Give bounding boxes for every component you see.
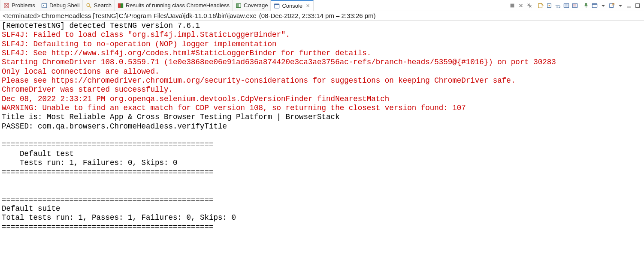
clear-console-icon[interactable]: [537, 2, 544, 9]
svg-rect-24: [636, 3, 640, 7]
process-time: (08-Dec-2022, 2:33:14 pm – 2:33:26 pm): [259, 12, 376, 19]
console-line-stdout: Tests run: 1, Failures: 0, Skips: 0: [2, 158, 642, 167]
tab-bar-spacer: [314, 0, 508, 11]
view-tab-label: Debug Shell: [49, 2, 80, 9]
console-line-stderr: Dec 08, 2022 2:33:21 PM org.openqa.selen…: [2, 95, 642, 104]
scroll-lock-icon[interactable]: [545, 2, 553, 9]
console-line-stderr: Please see https://chromedriver.chromium…: [2, 76, 642, 85]
view-tab-search[interactable]: Search: [83, 0, 115, 11]
word-wrap-icon[interactable]: [554, 2, 562, 9]
console-line-stdout: [2, 232, 642, 241]
minimize-icon[interactable]: [625, 2, 633, 9]
debug-shell-icon: [41, 2, 48, 9]
view-tab-label: Search: [94, 2, 112, 9]
console-line-stdout: Default test: [2, 149, 642, 158]
view-tab-problems[interactable]: Problems: [0, 0, 38, 11]
close-tab-icon[interactable]: ✕: [305, 3, 311, 9]
search-icon: [85, 2, 92, 9]
console-line-stdout: Default suite: [2, 204, 642, 213]
process-name: ChromeHeadless [TestNG]: [41, 12, 118, 19]
console-line-stdout: [2, 177, 642, 186]
svg-rect-23: [627, 6, 631, 7]
view-tab-results-of-running-class-chromeheadless[interactable]: Results of running class ChromeHeadless: [115, 0, 233, 11]
svg-rect-4: [118, 3, 121, 8]
show-output-icon[interactable]: [562, 2, 570, 9]
console-line-stderr: WARNING: Unable to find an exact match f…: [2, 104, 642, 113]
remove-launch-icon[interactable]: [517, 2, 525, 9]
console-line-stdout: [2, 186, 642, 195]
console-line-stdout: ========================================…: [2, 223, 642, 232]
svg-point-13: [549, 5, 550, 6]
view-tab-debug-shell[interactable]: Debug Shell: [38, 0, 83, 11]
maximize-icon[interactable]: [634, 2, 641, 9]
svg-point-2: [87, 3, 90, 6]
remove-all-terminated-icon[interactable]: [526, 2, 533, 9]
console-line-stdout: PASSED: com.qa.browsers.ChromeHeadless.v…: [2, 122, 642, 131]
problems-icon: [3, 2, 10, 9]
svg-rect-5: [121, 3, 123, 8]
console-line-stdout: Total tests run: 1, Passes: 1, Failures:…: [2, 213, 642, 222]
console-line-stderr: Only local connections are allowed.: [2, 67, 642, 76]
coverage-icon: [235, 2, 242, 9]
view-tab-label: Results of running class ChromeHeadless: [126, 2, 230, 9]
console-line-stderr: SLF4J: Failed to load class "org.slf4j.i…: [2, 30, 642, 39]
process-status: <terminated>: [3, 12, 40, 19]
console-line-stdout: ========================================…: [2, 140, 642, 149]
view-tab-console[interactable]: Console✕: [271, 0, 314, 11]
console-icon: [273, 3, 280, 9]
console-process-line: <terminated> ChromeHeadless [TestNG] C:\…: [0, 11, 644, 21]
svg-rect-21: [592, 3, 597, 5]
view-tab-coverage[interactable]: Coverage: [233, 0, 271, 11]
console-toolbar: [508, 0, 644, 11]
console-output[interactable]: [RemoteTestNG] detected TestNG version 7…: [0, 21, 644, 251]
console-menu-icon[interactable]: [599, 2, 607, 9]
console-line-stderr: SLF4J: See http://www.slf4j.org/codes.ht…: [2, 49, 642, 58]
svg-rect-7: [236, 3, 239, 7]
process-path: C:\Program Files\Java\jdk-11.0.16\bin\ja…: [119, 12, 257, 19]
view-tab-label: Problems: [12, 2, 35, 9]
console-line-stdout: [2, 241, 642, 250]
console-line-stdout: ========================================…: [2, 168, 642, 177]
svg-rect-9: [275, 4, 279, 5]
svg-line-3: [89, 6, 91, 8]
pin-console-icon[interactable]: [582, 2, 590, 9]
view-tab-bar: ProblemsDebug ShellSearchResults of runn…: [0, 0, 644, 11]
svg-rect-17: [572, 3, 577, 8]
svg-rect-14: [564, 3, 568, 8]
console-line-stderr: SLF4J: Defaulting to no-operation (NOP) …: [2, 40, 642, 49]
console-line-stderr: ChromeDriver was started successfully.: [2, 85, 642, 94]
console-line-stderr: Starting ChromeDriver 108.0.5359.71 (1e0…: [2, 58, 642, 67]
console-line-stdout: [RemoteTestNG] detected TestNG version 7…: [2, 21, 642, 30]
display-selected-console-icon[interactable]: [591, 2, 599, 9]
console-line-stdout: [2, 131, 642, 140]
console-line-stdout: ========================================…: [2, 195, 642, 204]
view-menu-icon[interactable]: [617, 2, 624, 9]
svg-rect-10: [511, 3, 514, 7]
open-console-icon[interactable]: [608, 2, 616, 9]
show-errors-icon[interactable]: [571, 2, 579, 9]
view-tab-label: Console: [282, 3, 302, 9]
terminate-icon[interactable]: [508, 2, 516, 9]
testng-results-icon: [117, 2, 124, 9]
view-tab-label: Coverage: [244, 2, 268, 9]
svg-rect-22: [610, 3, 614, 7]
console-line-stdout: Title is: Most Reliable App & Cross Brow…: [2, 113, 642, 122]
